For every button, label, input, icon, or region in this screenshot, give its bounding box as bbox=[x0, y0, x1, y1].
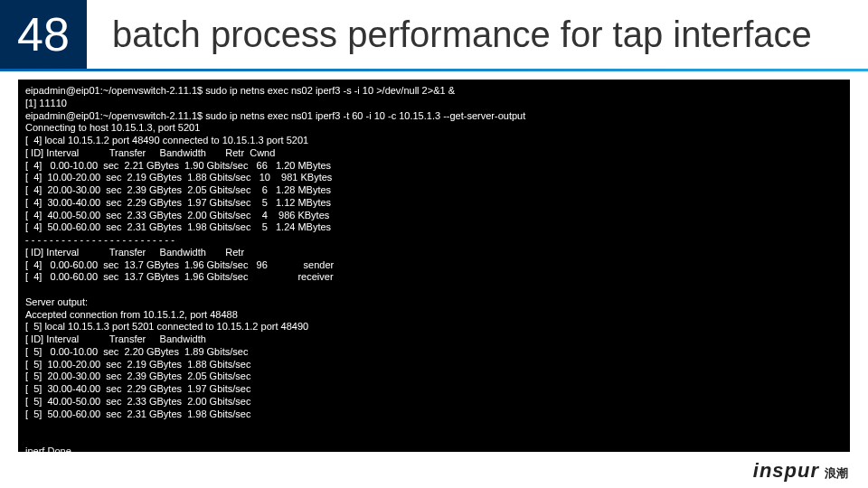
terminal-line: [ ID] Interval Transfer Bandwidth Retr C… bbox=[25, 147, 843, 160]
terminal-line: [ 5] local 10.15.1.3 port 5201 connected… bbox=[25, 321, 843, 333]
terminal-line: [ 5] 30.00-40.00 sec 2.29 GBytes 1.97 Gb… bbox=[25, 383, 843, 396]
terminal-output: eipadmin@eip01:~/openvswitch-2.11.1$ sud… bbox=[18, 80, 850, 452]
terminal-line: [ 4] 30.00-40.00 sec 2.29 GBytes 1.97 Gb… bbox=[25, 197, 843, 210]
logo-cn: 浪潮 bbox=[825, 465, 848, 482]
terminal-line: [ 4] 40.00-50.00 sec 2.33 GBytes 2.00 Gb… bbox=[25, 210, 843, 222]
terminal-line: [ 5] 0.00-10.00 sec 2.20 GBytes 1.89 Gbi… bbox=[25, 346, 843, 359]
slide-title: batch process performance for tap interf… bbox=[87, 0, 868, 69]
terminal-line: [ ID] Interval Transfer Bandwidth Retr bbox=[25, 247, 843, 259]
brand-logo: inspur 浪潮 bbox=[753, 459, 848, 483]
terminal-line: [1] 11110 bbox=[25, 98, 843, 110]
terminal-line: Accepted connection from 10.15.1.2, port… bbox=[25, 309, 843, 322]
terminal-line: [ 4] 20.00-30.00 sec 2.39 GBytes 2.05 Gb… bbox=[25, 184, 843, 197]
title-underline bbox=[0, 69, 868, 71]
terminal-line: eipadmin@eip01:~/openvswitch-2.11.1$ sud… bbox=[25, 110, 843, 123]
terminal-line: - - - - - - - - - - - - - - - - - - - - … bbox=[25, 234, 843, 247]
terminal-line bbox=[25, 284, 843, 296]
terminal-line: [ 4] 0.00-60.00 sec 13.7 GBytes 1.96 Gbi… bbox=[25, 259, 843, 272]
terminal-line: [ 5] 10.00-20.00 sec 2.19 GBytes 1.88 Gb… bbox=[25, 359, 843, 371]
terminal-line: Connecting to host 10.15.1.3, port 5201 bbox=[25, 122, 843, 135]
terminal-line: [ 4] 50.00-60.00 sec 2.31 GBytes 1.98 Gb… bbox=[25, 221, 843, 234]
slide: 48 batch process performance for tap int… bbox=[0, 0, 868, 488]
slide-number: 48 bbox=[0, 0, 87, 69]
terminal-line: [ 4] local 10.15.1.2 port 48490 connecte… bbox=[25, 135, 843, 147]
terminal-line bbox=[25, 420, 843, 433]
terminal-line: Server output: bbox=[25, 296, 843, 309]
terminal-line: iperf Done. bbox=[25, 446, 843, 452]
terminal-line: eipadmin@eip01:~/openvswitch-2.11.1$ sud… bbox=[25, 85, 843, 98]
terminal-line: [ 5] 50.00-60.00 sec 2.31 GBytes 1.98 Gb… bbox=[25, 408, 843, 421]
slide-header: 48 batch process performance for tap int… bbox=[0, 0, 868, 69]
terminal-line: [ 4] 10.00-20.00 sec 2.19 GBytes 1.88 Gb… bbox=[25, 172, 843, 184]
terminal-line: [ 4] 0.00-10.00 sec 2.21 GBytes 1.90 Gbi… bbox=[25, 160, 843, 173]
terminal-line bbox=[25, 433, 843, 446]
terminal-line: [ 5] 40.00-50.00 sec 2.33 GBytes 2.00 Gb… bbox=[25, 396, 843, 408]
terminal-line: [ ID] Interval Transfer Bandwidth bbox=[25, 333, 843, 346]
terminal-line: [ 4] 0.00-60.00 sec 13.7 GBytes 1.96 Gbi… bbox=[25, 271, 843, 284]
terminal-line: [ 5] 20.00-30.00 sec 2.39 GBytes 2.05 Gb… bbox=[25, 371, 843, 383]
logo-word: inspur bbox=[753, 459, 819, 483]
